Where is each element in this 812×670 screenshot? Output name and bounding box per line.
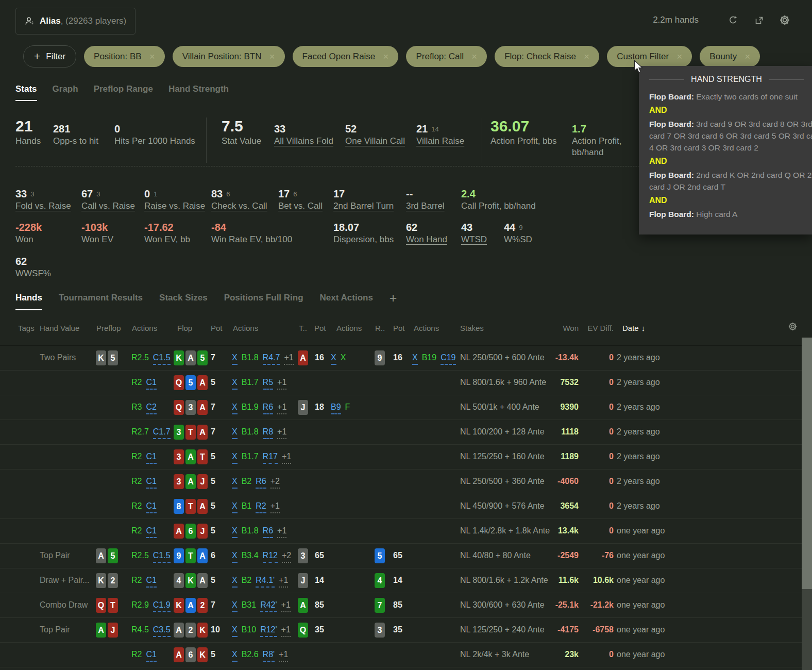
action-token[interactable]: C3.5 [153, 625, 171, 637]
column-header[interactable]: Flop [177, 324, 192, 332]
action-token[interactable]: +1 [270, 501, 280, 513]
tab-positions-full-ring[interactable]: Positions Full Ring [224, 293, 303, 309]
filter-chip[interactable]: Flop: Check Raise× [495, 46, 599, 67]
chip-close-icon[interactable]: × [383, 52, 388, 61]
column-header[interactable]: Hand Value [40, 324, 79, 332]
action-token[interactable]: X [232, 526, 238, 538]
stat-label[interactable]: Villain Raise [416, 136, 464, 147]
filter-chip[interactable]: Custom Filter× [607, 46, 692, 67]
stat-label[interactable]: Bet vs. Call [278, 200, 323, 212]
tab-stats[interactable]: Stats [15, 84, 37, 101]
add-filter-button[interactable]: + Filter [23, 45, 76, 68]
table-row[interactable]: R2C1A6K5XB2.6R8'+1NL 2k/4k + 3k Ante23k0… [0, 643, 802, 667]
action-token[interactable]: R17 [263, 451, 278, 464]
action-token[interactable]: X [232, 451, 238, 464]
table-row[interactable]: R2.7C1.73TA7XB1.8R8+1NL 100/200 + 128 An… [0, 420, 802, 445]
action-token[interactable]: R12 [263, 550, 278, 563]
stat-label[interactable]: 3rd Barrel [406, 200, 445, 212]
column-header[interactable]: Actions [414, 324, 439, 332]
stat-label[interactable]: One Villain Call [345, 136, 405, 147]
column-header[interactable]: Pot [314, 324, 326, 332]
tab-preflop-range[interactable]: Preflop Range [94, 84, 153, 101]
tab-hands[interactable]: Hands [15, 293, 42, 310]
action-token[interactable]: X [412, 353, 418, 365]
add-tab-icon[interactable]: + [390, 293, 397, 303]
stat-label[interactable]: All Villains Fold [274, 136, 333, 147]
stat-label[interactable]: Raise vs. Raise [144, 200, 205, 212]
action-token[interactable]: +1 [277, 526, 286, 538]
action-token[interactable]: C1.5 [153, 550, 171, 563]
filter-chip[interactable]: Position: BB× [84, 46, 165, 67]
action-token[interactable]: C1 [146, 377, 156, 390]
table-row[interactable]: R2C1Q5A5XB1.7R5+1NL 800/1.6k + 960 Ante7… [0, 371, 802, 395]
action-token[interactable]: X [232, 575, 238, 588]
table-row[interactable]: Top PairAJR4.5C3.5A2K10XB10R12'+1Q35335N… [0, 618, 802, 643]
column-header[interactable]: EV Diff. [567, 324, 614, 332]
column-header[interactable]: Stakes [460, 324, 484, 332]
action-token[interactable]: +1 [279, 649, 288, 662]
table-row[interactable]: Draw + Pair...K2R2C14KA5XB2R4.1'+1J14414… [0, 568, 802, 593]
filter-chip[interactable]: Bounty× [700, 46, 760, 67]
action-token[interactable]: R4.1' [256, 575, 275, 588]
player-alias-box[interactable]: Alias, (29263 players) [15, 8, 136, 35]
action-token[interactable]: C1 [146, 476, 156, 489]
action-token[interactable]: R5 [263, 377, 273, 390]
table-row[interactable]: Top PairA5R2.5C1.59TA6XB3.4R12+2365565NL… [0, 544, 802, 568]
chip-close-icon[interactable]: × [149, 52, 155, 61]
action-token[interactable]: R2 [256, 501, 266, 513]
filter-chip[interactable]: Faced Open Raise× [293, 46, 399, 67]
action-token[interactable]: R6 [263, 526, 273, 538]
action-token[interactable]: +1 [284, 353, 293, 365]
action-token[interactable]: R4.7 [263, 353, 280, 365]
filter-chip[interactable]: Preflop: Call× [406, 46, 487, 67]
table-row[interactable]: R2C13AJ5XB2R6+2NL 250/500 + 360 Ante-406… [0, 470, 802, 494]
action-token[interactable]: R8 [263, 427, 273, 439]
action-token[interactable]: X [232, 353, 238, 365]
table-row[interactable]: R2C1A6J5XB1.8R6+1NL 1.4k/2.8k + 1.8k Ant… [0, 519, 802, 544]
action-token[interactable]: X [232, 377, 238, 390]
stat-label[interactable]: WTSD [461, 234, 487, 245]
tab-hand-strength[interactable]: Hand Strength [168, 84, 229, 101]
action-token[interactable]: X [232, 501, 238, 513]
action-token[interactable]: +1 [277, 377, 286, 390]
action-token[interactable]: R12' [260, 625, 277, 637]
action-token[interactable]: +1 [281, 625, 291, 637]
tab-tournament-results[interactable]: Tournament Results [59, 293, 143, 309]
column-header[interactable]: Actions [132, 324, 157, 332]
tab-graph[interactable]: Graph [53, 84, 78, 101]
chip-close-icon[interactable]: × [584, 52, 589, 61]
action-token[interactable]: X [331, 353, 336, 365]
action-token[interactable]: +1 [277, 427, 286, 439]
table-row[interactable]: Combo DrawQTR2.9C1.9KA27XB31R42'+1A85785… [0, 593, 802, 618]
action-token[interactable]: +1 [282, 451, 291, 464]
table-row[interactable]: Two PairsK5R2.5C1.5KA57XB1.8R4.7+1A16XX9… [0, 346, 802, 371]
action-token[interactable]: C1 [146, 649, 156, 662]
action-token[interactable]: X [232, 476, 238, 489]
action-token[interactable]: +1 [279, 575, 288, 588]
action-token[interactable]: +2 [270, 476, 280, 489]
scrollbar-thumb[interactable] [802, 338, 812, 589]
stat-label[interactable]: Won Hand [406, 234, 447, 245]
action-token[interactable]: C1 [146, 451, 156, 464]
stat-label[interactable]: Fold vs. Raise [15, 200, 71, 212]
action-token[interactable]: X [232, 625, 238, 637]
action-token[interactable]: R6 [263, 402, 273, 414]
open-window-icon[interactable] [753, 14, 765, 26]
column-header[interactable]: Actions [233, 324, 258, 332]
tab-next-actions[interactable]: Next Actions [320, 293, 373, 309]
stat-label[interactable]: 2nd Barrel Turn [333, 200, 394, 212]
action-token[interactable]: C1.7 [153, 427, 171, 439]
action-token[interactable]: C1 [146, 575, 156, 588]
action-token[interactable]: R6 [256, 476, 266, 489]
column-header[interactable]: Actions [336, 324, 362, 332]
action-token[interactable]: +1 [277, 402, 286, 414]
action-token[interactable]: R42' [260, 600, 277, 612]
action-token[interactable]: C1.5 [153, 353, 171, 365]
action-token[interactable]: R8' [263, 649, 275, 662]
tab-stack-sizes[interactable]: Stack Sizes [159, 293, 208, 309]
action-token[interactable]: B9 [331, 402, 341, 414]
column-header[interactable]: Pot [393, 324, 405, 332]
column-header[interactable]: R.. [375, 324, 385, 332]
action-token[interactable]: X [232, 600, 238, 612]
column-header[interactable]: Tags [18, 324, 35, 332]
